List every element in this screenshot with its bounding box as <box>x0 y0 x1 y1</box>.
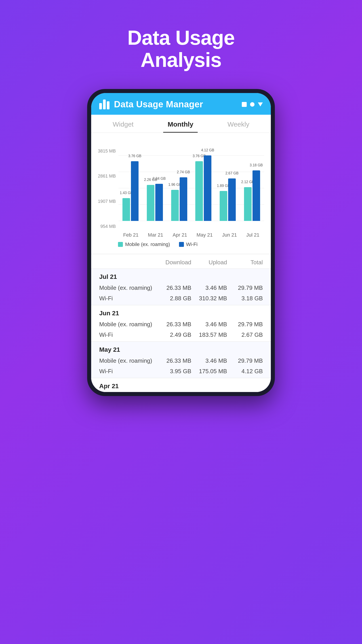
svg-point-1 <box>250 102 255 107</box>
bar-mobile-2: 1.96 GB <box>171 190 179 221</box>
chart-legend: Mobile (ex. roaming) Wi-Fi <box>98 238 264 249</box>
app-title: Data Usage Manager <box>114 99 203 109</box>
table-row: Wi-Fi 2.49 GB 183.57 MB 2.67 GB <box>91 330 271 342</box>
month-title: Jul 21 <box>91 269 271 283</box>
bar-group-jul21: 2.12 GB 3.18 GB <box>244 170 260 221</box>
col-total: Total <box>227 259 263 266</box>
x-label-5: Jul 21 <box>246 232 259 238</box>
tab-weekly[interactable]: Weekly <box>223 115 254 132</box>
bar-mobile-4: 1.89 GB <box>220 191 227 221</box>
triangle-icon <box>258 102 263 106</box>
table-row: Wi-Fi 3.95 GB 175.05 MB 4.12 GB <box>91 366 271 378</box>
month-section-jun21: Jun 21 Mobile (ex. roaming) 26.33 MB 3.4… <box>91 305 271 342</box>
bar-mobile-3: 3.76 GB <box>195 161 203 221</box>
x-label-2: Apr 21 <box>173 232 187 238</box>
chart-section: 954 MB 1907 MB 2861 MB 3815 MB <box>91 133 271 254</box>
data-table: Download Upload Total Jul 21 Mobile (ex.… <box>91 254 271 392</box>
phone-screen: Data Usage Manager Widget Monthly Weekly <box>91 93 271 392</box>
bar-group-apr21: 1.96 GB 2.74 GB <box>171 177 187 221</box>
x-label-4: Jun 21 <box>222 232 237 238</box>
table-header: Download Upload Total <box>91 254 271 268</box>
month-title: May 21 <box>91 342 271 356</box>
bar-group-jun21: 1.89 GB 2.67 GB <box>220 178 236 221</box>
y-label-0: 954 MB <box>98 224 116 229</box>
app-logo <box>99 100 109 109</box>
y-label-1: 1907 MB <box>98 199 116 204</box>
bar-group-mar21: 2.26 GB 2.34 GB <box>147 184 163 221</box>
legend-wifi: Wi-Fi <box>186 242 198 247</box>
bar-wifi-5: 3.18 GB <box>253 170 260 221</box>
phone-wrapper: Data Usage Manager Widget Monthly Weekly <box>87 89 275 396</box>
col-download: Download <box>156 259 191 266</box>
month-section-may21: May 21 Mobile (ex. roaming) 26.33 MB 3.4… <box>91 342 271 378</box>
x-label-3: May 21 <box>197 232 213 238</box>
bar-mobile-0: 1.43 GB <box>122 198 130 221</box>
col-upload: Upload <box>191 259 227 266</box>
page-title: Data Usage Analysis <box>127 27 235 71</box>
bar-wifi-4: 2.67 GB <box>228 178 236 221</box>
square-icon <box>242 102 247 107</box>
month-section-apr21: Apr 21 <box>91 378 271 392</box>
table-row: Mobile (ex. roaming) 26.33 MB 3.46 MB 29… <box>91 319 271 330</box>
bar-wifi-0: 3.76 GB <box>131 161 139 221</box>
bar-group-may21: 3.76 GB 4.12 GB <box>195 156 211 221</box>
month-title: Apr 21 <box>91 378 271 392</box>
month-title: Jun 21 <box>91 305 271 319</box>
table-row: Wi-Fi 2.88 GB 310.32 MB 3.18 GB <box>91 293 271 305</box>
bar-mobile-5: 2.12 GB <box>244 187 252 221</box>
bar-group-feb21: 1.43 GB 3.76 GB <box>122 161 139 221</box>
y-label-3: 3815 MB <box>98 148 116 154</box>
table-row: Mobile (ex. roaming) 26.33 MB 3.46 MB 29… <box>91 283 271 293</box>
tabs-row: Widget Monthly Weekly <box>91 115 271 133</box>
legend-mobile: Mobile (ex. roaming) <box>125 242 170 247</box>
table-row: Mobile (ex. roaming) 26.33 MB 3.46 MB 29… <box>91 356 271 366</box>
bar-mobile-1: 2.26 GB <box>147 185 154 221</box>
bar-wifi-3: 4.12 GB <box>204 156 211 221</box>
x-label-0: Feb 21 <box>123 232 139 238</box>
month-section-jul21: Jul 21 Mobile (ex. roaming) 26.33 MB 3.4… <box>91 268 271 305</box>
svg-marker-2 <box>258 102 263 106</box>
svg-rect-0 <box>242 102 247 107</box>
circle-icon <box>250 102 255 107</box>
header-icons <box>242 102 263 107</box>
tab-monthly[interactable]: Monthly <box>163 115 198 132</box>
bar-wifi-2: 2.74 GB <box>180 177 187 221</box>
y-label-2: 2861 MB <box>98 174 116 179</box>
app-header: Data Usage Manager <box>91 93 271 115</box>
tab-widget[interactable]: Widget <box>108 115 138 132</box>
x-label-1: Mar 21 <box>148 232 163 238</box>
bar-wifi-1: 2.34 GB <box>155 184 163 221</box>
